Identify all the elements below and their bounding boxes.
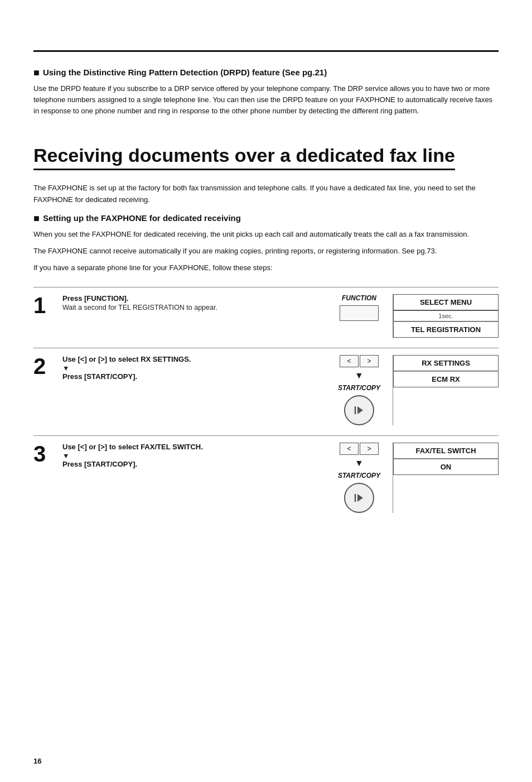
step-1-row: 1 Press [FUNCTION]. Wait a second for TE… [33,287,499,348]
step-3-startcopy-label: START/COPY [338,472,380,479]
step-1-right: SELECT MENU 1sec. TEL REGISTRATION [393,294,499,338]
step-2-desc: Use [<] or [>] to select RX SETTINGS. ▼ … [62,355,326,425]
step-3-middle: < > ▼ START/COPY [326,443,393,513]
page-number: 16 [33,757,41,765]
step-2-startcopy-btn[interactable] [344,395,374,425]
step-3-press: Press [START/COPY]. [62,460,326,468]
step-3-right-box-0: FAX/TEL SWITCH [393,443,499,459]
top-rule [33,50,499,52]
dedicated-para3: If you have a separate phone line for yo… [33,262,499,274]
step-3-startcopy-btn[interactable] [344,483,374,513]
step-1-func-btn [340,305,379,321]
step-2-arrow: ▼ [62,364,326,372]
page-title-intro: The FAXPHONE is set up at the factory fo… [33,183,499,205]
step-3-left-btn[interactable]: < [340,443,359,455]
drpd-body: Use the DRPD feature if you subscribe to… [33,83,499,117]
step-2-number: 2 [33,355,62,425]
step-2-left-btn[interactable]: < [340,355,359,367]
step-2-down-arrow: ▼ [355,371,364,381]
dedicated-para1: When you set the FAXPHONE for dedicated … [33,229,499,240]
step-1-middle: FUNCTION [326,294,393,338]
step-1-right-box-0: SELECT MENU [393,294,499,310]
svg-marker-2 [357,494,363,502]
drpd-section: ■ Using the Distinctive Ring Pattern Det… [33,68,499,117]
step-1-right-box-1: TEL REGISTRATION [393,322,499,338]
step-3-desc: Use [<] or [>] to select FAX/TEL SWITCH.… [62,443,326,513]
step-2-lr-buttons: < > [340,355,379,367]
step-3-row: 3 Use [<] or [>] to select FAX/TEL SWITC… [33,435,499,523]
step-2-right-box-0: RX SETTINGS [393,355,499,371]
bullet2-icon: ■ [33,213,40,223]
steps-area: 1 Press [FUNCTION]. Wait a second for TE… [33,287,499,523]
step-2-main: Use [<] or [>] to select RX SETTINGS. [62,355,326,363]
step-2-right: RX SETTINGS ECM RX [393,355,499,425]
step-1-number: 1 [33,294,62,338]
page-title: Receiving documents over a dedicated fax… [33,145,455,170]
drpd-heading-text: Using the Distinctive Ring Pattern Detec… [43,68,327,77]
step-3-main: Use [<] or [>] to select FAX/TEL SWITCH. [62,443,326,451]
step-2-startcopy-label: START/COPY [338,384,380,392]
step-2-middle: < > ▼ START/COPY [326,355,393,425]
step-3-right-box-1: ON [393,459,499,475]
page: ■ Using the Distinctive Ring Pattern Det… [0,0,532,782]
step-3-right-btn[interactable]: > [360,443,379,455]
step-3-down-arrow: ▼ [355,458,364,468]
step-2-right-box-1: ECM RX [393,371,499,387]
page-title-container: Receiving documents over a dedicated fax… [33,127,499,205]
step-1-func-label: FUNCTION [342,294,376,302]
step-1-desc: Press [FUNCTION]. Wait a second for TEL … [62,294,326,338]
svg-marker-0 [357,406,363,414]
bullet-icon: ■ [33,68,40,78]
step-3-number: 3 [33,443,62,513]
step-3-right: FAX/TEL SWITCH ON [393,443,499,513]
dedicated-heading: ■ Setting up the FAXPHONE for dedicated … [33,213,499,223]
step-1-main: Press [FUNCTION]. [62,294,326,303]
step-2-right-btn[interactable]: > [360,355,379,367]
step-2-row: 2 Use [<] or [>] to select RX SETTINGS. … [33,348,499,435]
dedicated-section: ■ Setting up the FAXPHONE for dedicated … [33,213,499,274]
step-3-arrow: ▼ [62,452,326,460]
step-2-press: Press [START/COPY]. [62,372,326,381]
step-1-sub: Wait a second for TEL REGISTRATION to ap… [62,304,326,311]
step-3-lr-buttons: < > [340,443,379,455]
dedicated-heading-text: Setting up the FAXPHONE for dedicated re… [43,213,241,223]
drpd-heading: ■ Using the Distinctive Ring Pattern Det… [33,68,499,78]
dedicated-para2: The FAXPHONE cannot receive automaticall… [33,246,499,257]
step-1-right-small: 1sec. [393,310,499,322]
